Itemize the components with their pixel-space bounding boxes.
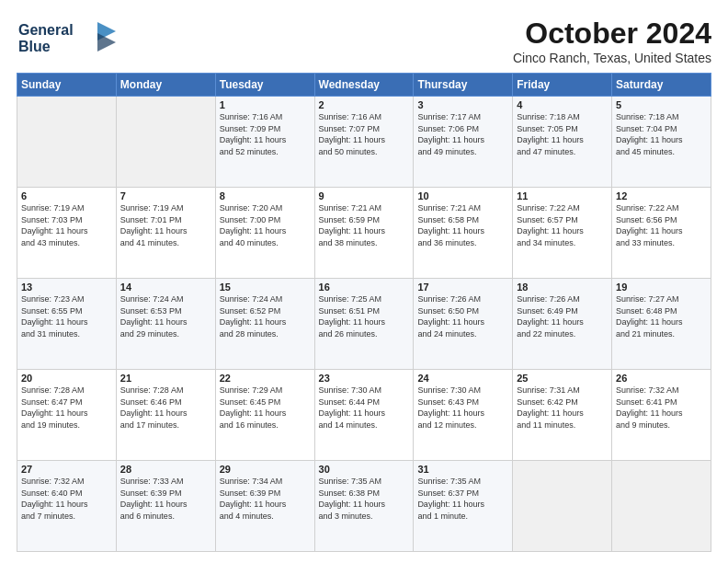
day-info: Sunrise: 7:30 AM Sunset: 6:44 PM Dayligh… — [319, 385, 410, 431]
table-row: 27Sunrise: 7:32 AM Sunset: 6:40 PM Dayli… — [17, 461, 117, 552]
logo-text: General Blue — [17, 17, 118, 61]
day-number: 22 — [220, 373, 311, 384]
table-row: 17Sunrise: 7:26 AM Sunset: 6:50 PM Dayli… — [414, 279, 513, 370]
table-row: 16Sunrise: 7:25 AM Sunset: 6:51 PM Dayli… — [314, 279, 414, 370]
calendar-week-row: 27Sunrise: 7:32 AM Sunset: 6:40 PM Dayli… — [17, 461, 711, 552]
table-row: 14Sunrise: 7:24 AM Sunset: 6:53 PM Dayli… — [116, 279, 215, 370]
day-number: 14 — [120, 282, 211, 293]
day-info: Sunrise: 7:24 AM Sunset: 6:52 PM Dayligh… — [220, 293, 311, 339]
location: Cinco Ranch, Texas, United States — [513, 51, 711, 65]
table-row: 21Sunrise: 7:28 AM Sunset: 6:46 PM Dayli… — [116, 370, 215, 461]
day-info: Sunrise: 7:35 AM Sunset: 6:37 PM Dayligh… — [417, 476, 508, 522]
day-number: 20 — [21, 373, 112, 384]
day-number: 3 — [417, 99, 508, 110]
day-number: 7 — [120, 190, 211, 201]
day-number: 18 — [517, 282, 608, 293]
page: General Blue October 2024 Cinco Ranch, T… — [0, 0, 728, 563]
table-row: 30Sunrise: 7:35 AM Sunset: 6:38 PM Dayli… — [314, 461, 414, 552]
day-number: 5 — [616, 99, 707, 110]
day-info: Sunrise: 7:26 AM Sunset: 6:49 PM Dayligh… — [517, 293, 608, 339]
day-number: 10 — [417, 190, 508, 201]
col-wednesday: Wednesday — [314, 74, 414, 97]
day-info: Sunrise: 7:26 AM Sunset: 6:50 PM Dayligh… — [417, 293, 508, 339]
day-info: Sunrise: 7:22 AM Sunset: 6:57 PM Dayligh… — [517, 202, 608, 248]
day-number: 1 — [220, 99, 311, 110]
calendar-table: Sunday Monday Tuesday Wednesday Thursday… — [17, 73, 711, 552]
month-title: October 2024 — [513, 17, 711, 51]
table-row — [513, 461, 612, 552]
day-info: Sunrise: 7:19 AM Sunset: 7:01 PM Dayligh… — [120, 202, 211, 248]
day-number: 8 — [220, 190, 311, 201]
day-number: 31 — [417, 464, 508, 475]
day-number: 27 — [21, 464, 112, 475]
day-info: Sunrise: 7:22 AM Sunset: 6:56 PM Dayligh… — [616, 202, 707, 248]
calendar-week-row: 6Sunrise: 7:19 AM Sunset: 7:03 PM Daylig… — [17, 188, 711, 279]
col-thursday: Thursday — [414, 74, 513, 97]
day-number: 21 — [120, 373, 211, 384]
col-monday: Monday — [116, 74, 215, 97]
day-info: Sunrise: 7:16 AM Sunset: 7:07 PM Dayligh… — [319, 111, 410, 157]
day-number: 23 — [319, 373, 410, 384]
table-row — [116, 97, 215, 188]
day-number: 9 — [319, 190, 410, 201]
table-row: 13Sunrise: 7:23 AM Sunset: 6:55 PM Dayli… — [17, 279, 117, 370]
table-row — [612, 461, 711, 552]
day-info: Sunrise: 7:34 AM Sunset: 6:39 PM Dayligh… — [220, 476, 311, 522]
day-number: 26 — [616, 373, 707, 384]
calendar-week-row: 13Sunrise: 7:23 AM Sunset: 6:55 PM Dayli… — [17, 279, 711, 370]
table-row: 31Sunrise: 7:35 AM Sunset: 6:37 PM Dayli… — [414, 461, 513, 552]
day-number: 15 — [220, 282, 311, 293]
table-row: 3Sunrise: 7:17 AM Sunset: 7:06 PM Daylig… — [414, 97, 513, 188]
table-row: 22Sunrise: 7:29 AM Sunset: 6:45 PM Dayli… — [215, 370, 314, 461]
day-info: Sunrise: 7:23 AM Sunset: 6:55 PM Dayligh… — [21, 293, 112, 339]
day-number: 29 — [220, 464, 311, 475]
day-number: 30 — [319, 464, 410, 475]
day-info: Sunrise: 7:20 AM Sunset: 7:00 PM Dayligh… — [220, 202, 311, 248]
table-row: 9Sunrise: 7:21 AM Sunset: 6:59 PM Daylig… — [314, 188, 414, 279]
col-tuesday: Tuesday — [215, 74, 314, 97]
day-number: 12 — [616, 190, 707, 201]
table-row: 11Sunrise: 7:22 AM Sunset: 6:57 PM Dayli… — [513, 188, 612, 279]
table-row: 29Sunrise: 7:34 AM Sunset: 6:39 PM Dayli… — [215, 461, 314, 552]
day-number: 6 — [21, 190, 112, 201]
day-number: 2 — [319, 99, 410, 110]
table-row: 2Sunrise: 7:16 AM Sunset: 7:07 PM Daylig… — [314, 97, 414, 188]
svg-text:General: General — [18, 22, 74, 38]
day-info: Sunrise: 7:18 AM Sunset: 7:05 PM Dayligh… — [517, 111, 608, 157]
table-row — [17, 97, 117, 188]
table-row: 28Sunrise: 7:33 AM Sunset: 6:39 PM Dayli… — [116, 461, 215, 552]
table-row: 15Sunrise: 7:24 AM Sunset: 6:52 PM Dayli… — [215, 279, 314, 370]
table-row: 26Sunrise: 7:32 AM Sunset: 6:41 PM Dayli… — [612, 370, 711, 461]
day-info: Sunrise: 7:29 AM Sunset: 6:45 PM Dayligh… — [220, 385, 311, 431]
day-info: Sunrise: 7:35 AM Sunset: 6:38 PM Dayligh… — [319, 476, 410, 522]
calendar-header-row: Sunday Monday Tuesday Wednesday Thursday… — [17, 74, 711, 97]
day-number: 24 — [417, 373, 508, 384]
day-info: Sunrise: 7:31 AM Sunset: 6:42 PM Dayligh… — [517, 385, 608, 431]
day-info: Sunrise: 7:32 AM Sunset: 6:40 PM Dayligh… — [21, 476, 112, 522]
table-row: 4Sunrise: 7:18 AM Sunset: 7:05 PM Daylig… — [513, 97, 612, 188]
day-info: Sunrise: 7:21 AM Sunset: 6:58 PM Dayligh… — [417, 202, 508, 248]
day-info: Sunrise: 7:18 AM Sunset: 7:04 PM Dayligh… — [616, 111, 707, 157]
calendar-week-row: 1Sunrise: 7:16 AM Sunset: 7:09 PM Daylig… — [17, 97, 711, 188]
day-info: Sunrise: 7:16 AM Sunset: 7:09 PM Dayligh… — [220, 111, 311, 157]
day-number: 16 — [319, 282, 410, 293]
day-number: 4 — [517, 99, 608, 110]
table-row: 23Sunrise: 7:30 AM Sunset: 6:44 PM Dayli… — [314, 370, 414, 461]
day-info: Sunrise: 7:32 AM Sunset: 6:41 PM Dayligh… — [616, 385, 707, 431]
table-row: 24Sunrise: 7:30 AM Sunset: 6:43 PM Dayli… — [414, 370, 513, 461]
table-row: 5Sunrise: 7:18 AM Sunset: 7:04 PM Daylig… — [612, 97, 711, 188]
day-info: Sunrise: 7:28 AM Sunset: 6:46 PM Dayligh… — [120, 385, 211, 431]
day-number: 13 — [21, 282, 112, 293]
day-info: Sunrise: 7:27 AM Sunset: 6:48 PM Dayligh… — [616, 293, 707, 339]
day-number: 28 — [120, 464, 211, 475]
table-row: 12Sunrise: 7:22 AM Sunset: 6:56 PM Dayli… — [612, 188, 711, 279]
header: General Blue October 2024 Cinco Ranch, T… — [17, 17, 711, 65]
table-row: 18Sunrise: 7:26 AM Sunset: 6:49 PM Dayli… — [513, 279, 612, 370]
day-number: 19 — [616, 282, 707, 293]
day-number: 17 — [417, 282, 508, 293]
table-row: 20Sunrise: 7:28 AM Sunset: 6:47 PM Dayli… — [17, 370, 117, 461]
logo: General Blue — [17, 17, 118, 61]
table-row: 1Sunrise: 7:16 AM Sunset: 7:09 PM Daylig… — [215, 97, 314, 188]
day-info: Sunrise: 7:28 AM Sunset: 6:47 PM Dayligh… — [21, 385, 112, 431]
day-info: Sunrise: 7:24 AM Sunset: 6:53 PM Dayligh… — [120, 293, 211, 339]
